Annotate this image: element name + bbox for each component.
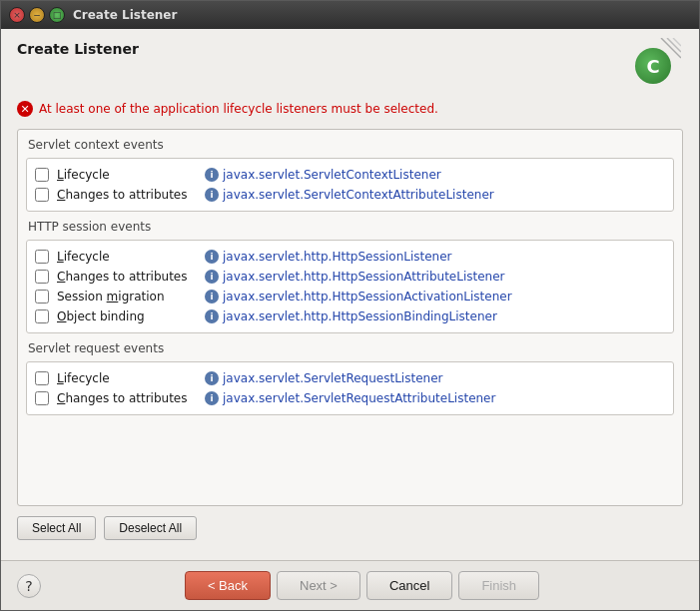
error-icon: ✕ bbox=[17, 101, 33, 117]
label-sc-lifecycle: Lifecycle bbox=[57, 168, 197, 182]
back-button[interactable]: < Back bbox=[185, 571, 271, 600]
listener-row-hs-lifecycle: Lifecycle i javax.servlet.http.HttpSessi… bbox=[35, 247, 665, 267]
info-icon-sr-attributes[interactable]: i bbox=[205, 391, 219, 405]
create-listener-dialog: × − □ Create Listener Create Listener bbox=[0, 0, 700, 611]
logo-area: C bbox=[623, 41, 683, 91]
class-sr-attributes: javax.servlet.ServletRequestAttributeLis… bbox=[223, 391, 495, 405]
class-wrap-hs-lifecycle: i javax.servlet.http.HttpSessionListener bbox=[205, 250, 452, 264]
checkbox-sc-attributes[interactable] bbox=[35, 188, 49, 202]
label-hs-binding: Object binding bbox=[57, 309, 197, 323]
deselect-all-button[interactable]: Deselect All bbox=[104, 516, 197, 540]
class-hs-binding: javax.servlet.http.HttpSessionBindingLis… bbox=[223, 309, 497, 323]
section-title-http-session: HTTP session events bbox=[26, 220, 674, 234]
class-wrap-hs-binding: i javax.servlet.http.HttpSessionBindingL… bbox=[205, 309, 497, 323]
section-servlet-request: Servlet request events Lifecycle i javax… bbox=[26, 341, 674, 415]
titlebar-title: Create Listener bbox=[73, 8, 177, 22]
info-icon-sc-attributes[interactable]: i bbox=[205, 188, 219, 202]
class-wrap-hs-migration: i javax.servlet.http.HttpSessionActivati… bbox=[205, 290, 512, 304]
next-button: Next > bbox=[277, 571, 360, 600]
section-content-http-session: Lifecycle i javax.servlet.http.HttpSessi… bbox=[26, 240, 674, 333]
checkbox-hs-migration[interactable] bbox=[35, 290, 49, 304]
error-message-row: ✕ At least one of the application lifecy… bbox=[17, 101, 683, 117]
label-sr-attributes: Changes to attributes bbox=[57, 391, 197, 405]
class-hs-attributes: javax.servlet.http.HttpSessionAttributeL… bbox=[223, 270, 505, 284]
nav-buttons: < Back Next > Cancel Finish bbox=[41, 571, 683, 600]
section-content-servlet-request: Lifecycle i javax.servlet.ServletRequest… bbox=[26, 361, 674, 415]
finish-button: Finish bbox=[458, 571, 539, 600]
info-icon-hs-attributes[interactable]: i bbox=[205, 270, 219, 284]
class-wrap-sc-attributes: i javax.servlet.ServletContextAttributeL… bbox=[205, 188, 494, 202]
checkbox-sc-lifecycle[interactable] bbox=[35, 168, 49, 182]
checkbox-sr-lifecycle[interactable] bbox=[35, 371, 49, 385]
cancel-button[interactable]: Cancel bbox=[366, 571, 452, 600]
listener-row-sr-lifecycle: Lifecycle i javax.servlet.ServletRequest… bbox=[35, 368, 665, 388]
section-title-servlet-context: Servlet context events bbox=[26, 138, 674, 152]
label-hs-lifecycle: Lifecycle bbox=[57, 250, 197, 264]
info-icon-hs-migration[interactable]: i bbox=[205, 290, 219, 304]
error-message-text: At least one of the application lifecycl… bbox=[39, 102, 438, 116]
listener-row-sc-lifecycle: Lifecycle i javax.servlet.ServletContext… bbox=[35, 165, 665, 185]
dialog-title-area: Create Listener bbox=[17, 41, 139, 57]
checkbox-hs-attributes[interactable] bbox=[35, 270, 49, 284]
dialog-footer: ? < Back Next > Cancel Finish bbox=[1, 560, 699, 610]
logo-decoration bbox=[653, 38, 681, 66]
class-wrap-sr-attributes: i javax.servlet.ServletRequestAttributeL… bbox=[205, 391, 495, 405]
minimize-button[interactable]: − bbox=[29, 7, 45, 23]
info-icon-hs-binding[interactable]: i bbox=[205, 309, 219, 323]
class-wrap-sc-lifecycle: i javax.servlet.ServletContextListener bbox=[205, 168, 441, 182]
maximize-icon: □ bbox=[53, 10, 62, 20]
class-wrap-sr-lifecycle: i javax.servlet.ServletRequestListener bbox=[205, 371, 442, 385]
checkbox-hs-lifecycle[interactable] bbox=[35, 250, 49, 264]
maximize-button[interactable]: □ bbox=[49, 7, 65, 23]
listener-row-hs-binding: Object binding i javax.servlet.http.Http… bbox=[35, 306, 665, 326]
section-http-session: HTTP session events Lifecycle i javax.se… bbox=[26, 220, 674, 333]
class-hs-lifecycle: javax.servlet.http.HttpSessionListener bbox=[223, 250, 452, 264]
info-icon-sc-lifecycle[interactable]: i bbox=[205, 168, 219, 182]
listener-row-hs-attributes: Changes to attributes i javax.servlet.ht… bbox=[35, 267, 665, 287]
label-hs-migration: Session migration bbox=[57, 290, 197, 304]
label-sc-attributes: Changes to attributes bbox=[57, 188, 197, 202]
selection-buttons: Select All Deselect All bbox=[17, 516, 683, 540]
titlebar: × − □ Create Listener bbox=[1, 1, 699, 29]
section-servlet-context: Servlet context events Lifecycle i javax… bbox=[26, 138, 674, 212]
info-icon-sr-lifecycle[interactable]: i bbox=[205, 371, 219, 385]
dialog-header: Create Listener C bbox=[17, 41, 683, 91]
checkbox-sr-attributes[interactable] bbox=[35, 391, 49, 405]
help-button[interactable]: ? bbox=[17, 574, 41, 598]
close-button[interactable]: × bbox=[9, 7, 25, 23]
label-hs-attributes: Changes to attributes bbox=[57, 270, 197, 284]
class-sc-lifecycle: javax.servlet.ServletContextListener bbox=[223, 168, 441, 182]
help-area: ? bbox=[17, 574, 41, 598]
class-hs-migration: javax.servlet.http.HttpSessionActivation… bbox=[223, 290, 512, 304]
class-sr-lifecycle: javax.servlet.ServletRequestListener bbox=[223, 371, 442, 385]
info-icon-hs-lifecycle[interactable]: i bbox=[205, 250, 219, 264]
section-title-servlet-request: Servlet request events bbox=[26, 341, 674, 355]
listener-row-hs-migration: Session migration i javax.servlet.http.H… bbox=[35, 287, 665, 306]
class-sc-attributes: javax.servlet.ServletContextAttributeLis… bbox=[223, 188, 494, 202]
label-sr-lifecycle: Lifecycle bbox=[57, 371, 197, 385]
listener-row-sc-attributes: Changes to attributes i javax.servlet.Se… bbox=[35, 185, 665, 205]
dialog-content: Create Listener C ✕ At leas bbox=[1, 29, 699, 560]
class-wrap-hs-attributes: i javax.servlet.http.HttpSessionAttribut… bbox=[205, 270, 505, 284]
listener-row-sr-attributes: Changes to attributes i javax.servlet.Se… bbox=[35, 388, 665, 408]
titlebar-buttons: × − □ bbox=[9, 7, 65, 23]
section-content-servlet-context: Lifecycle i javax.servlet.ServletContext… bbox=[26, 158, 674, 212]
checkbox-hs-binding[interactable] bbox=[35, 309, 49, 323]
dialog-title: Create Listener bbox=[17, 41, 139, 57]
svg-line-1 bbox=[667, 38, 681, 52]
select-all-button[interactable]: Select All bbox=[17, 516, 96, 540]
minimize-icon: − bbox=[33, 10, 41, 20]
close-icon: × bbox=[13, 10, 21, 20]
listeners-scroll-area[interactable]: Servlet context events Lifecycle i javax… bbox=[17, 129, 683, 506]
